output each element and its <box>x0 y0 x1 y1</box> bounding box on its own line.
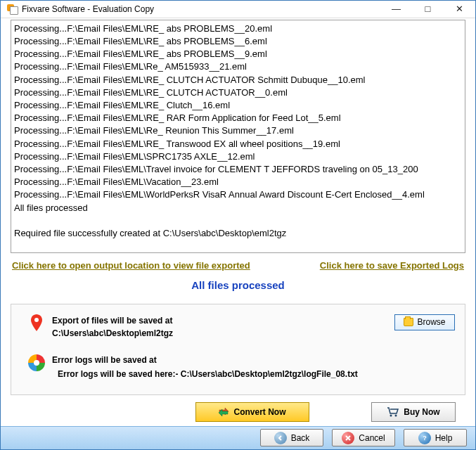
back-icon <box>274 432 287 444</box>
svg-point-3 <box>395 414 397 416</box>
log-line: Processing...F:\Email Files\EML\Re_ AM51… <box>14 60 462 73</box>
status-text: All files processed <box>11 279 465 291</box>
svg-point-2 <box>390 414 392 416</box>
browse-button[interactable]: Browse <box>394 314 455 330</box>
log-line: Processing...F:\Email Files\EML\Re_ Reun… <box>14 124 462 137</box>
app-icon <box>6 4 18 15</box>
cart-icon <box>387 407 399 417</box>
log-line: Processing...F:\Email Files\EML\RE_ CLUT… <box>14 74 462 86</box>
log-line: Processing...F:\Email Files\EML\RE_ abs … <box>14 48 462 60</box>
cancel-icon <box>342 432 354 444</box>
log-line: Processing...F:\Email Files\EML\RE_ abs … <box>14 22 462 35</box>
titlebar: Fixvare Software - Evaluation Copy — □ ✕ <box>1 1 475 18</box>
pin-icon <box>30 314 44 328</box>
browse-label: Browse <box>417 317 445 327</box>
convert-button[interactable]: Convert Now <box>195 402 309 422</box>
cancel-label: Cancel <box>359 433 385 443</box>
svg-point-1 <box>34 360 39 366</box>
log-line: Processing...F:\Email Files\EML\Vacation… <box>14 176 462 188</box>
log-line: Processing...F:\Email Files\EML\SPRC1735… <box>14 150 462 163</box>
cancel-button[interactable]: Cancel <box>332 429 395 446</box>
log-line: Required file successfully created at C:… <box>14 227 462 240</box>
folder-icon <box>404 318 413 326</box>
minimize-button[interactable]: — <box>380 1 412 18</box>
svg-text:?: ? <box>423 435 427 442</box>
buy-label: Buy Now <box>404 407 439 417</box>
log-line: Processing...F:\Email Files\EML\Travel i… <box>14 163 462 176</box>
help-icon: ? <box>418 432 431 444</box>
wheel-icon <box>27 354 46 372</box>
convert-label: Convert Now <box>233 407 285 417</box>
log-line: Processing...F:\Email Files\EML\RE_ Clut… <box>14 99 462 112</box>
log-output[interactable]: Processing...F:\Email Files\EML\RE_ abs … <box>11 20 465 253</box>
log-line: Processing...F:\Email Files\EML\WorldPer… <box>14 188 462 201</box>
help-button[interactable]: ? Help <box>404 429 467 446</box>
convert-icon <box>218 406 229 418</box>
log-line: Processing...F:\Email Files\EML\RE_ RAR … <box>14 112 462 124</box>
back-label: Back <box>291 433 310 443</box>
log-line <box>14 214 462 227</box>
errorlog-detail: Error logs will be saved here:- C:\Users… <box>52 368 455 380</box>
bottom-bar: Back Cancel ? Help <box>1 426 475 449</box>
maximize-button[interactable]: □ <box>412 1 444 18</box>
back-button[interactable]: Back <box>260 429 323 446</box>
close-button[interactable]: ✕ <box>444 1 475 18</box>
svg-point-0 <box>34 318 39 322</box>
paths-section: Export of files will be saved at C:\User… <box>11 304 465 395</box>
log-line: Processing...F:\Email Files\EML\RE_ abs … <box>14 35 462 48</box>
log-line: All files processed <box>14 202 462 214</box>
open-output-link[interactable]: Click here to open output location to vi… <box>12 260 250 271</box>
save-logs-link[interactable]: Click here to save Exported Logs <box>320 260 464 271</box>
help-label: Help <box>435 433 453 443</box>
buy-button[interactable]: Buy Now <box>371 402 456 422</box>
errorlog-label: Error logs will be saved at <box>52 355 157 365</box>
export-label: Export of files will be saved at <box>52 316 172 326</box>
export-path: C:\Users\abc\Desktop\eml2tgz <box>52 328 173 338</box>
window-title: Fixvare Software - Evaluation Copy <box>22 4 380 14</box>
log-line: Processing...F:\Email Files\EML\RE_ CLUT… <box>14 86 462 99</box>
log-line: Processing...F:\Email Files\EML\RE_ Tran… <box>14 138 462 150</box>
